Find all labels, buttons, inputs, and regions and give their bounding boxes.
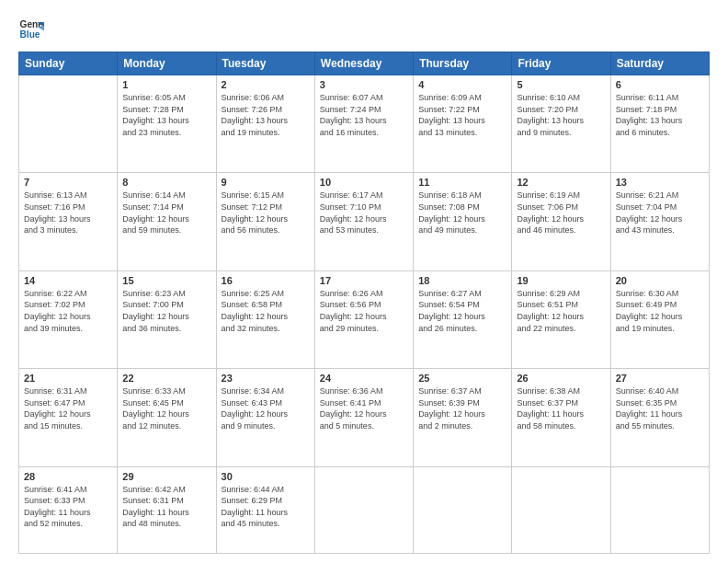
day-number: 10 xyxy=(320,177,408,188)
day-header: Wednesday xyxy=(314,52,413,75)
calendar-cell: 10Sunrise: 6:17 AM Sunset: 7:10 PM Dayli… xyxy=(314,173,413,270)
day-content: Sunrise: 6:14 AM Sunset: 7:14 PM Dayligh… xyxy=(122,190,210,236)
day-content: Sunrise: 6:05 AM Sunset: 7:28 PM Dayligh… xyxy=(122,92,210,138)
calendar-cell: 1Sunrise: 6:05 AM Sunset: 7:28 PM Daylig… xyxy=(118,75,216,173)
calendar-cell: 9Sunrise: 6:15 AM Sunset: 7:12 PM Daylig… xyxy=(216,173,314,270)
day-content: Sunrise: 6:30 AM Sunset: 6:49 PM Dayligh… xyxy=(616,288,704,334)
calendar-week-row: 28Sunrise: 6:41 AM Sunset: 6:33 PM Dayli… xyxy=(19,466,710,553)
day-content: Sunrise: 6:42 AM Sunset: 6:31 PM Dayligh… xyxy=(122,484,210,530)
header: General Blue xyxy=(18,17,710,42)
calendar-cell: 16Sunrise: 6:25 AM Sunset: 6:58 PM Dayli… xyxy=(216,270,314,368)
calendar-cell: 28Sunrise: 6:41 AM Sunset: 6:33 PM Dayli… xyxy=(19,466,118,553)
day-number: 12 xyxy=(517,177,605,188)
day-number: 1 xyxy=(122,79,210,90)
calendar-cell xyxy=(512,466,610,553)
day-content: Sunrise: 6:29 AM Sunset: 6:51 PM Dayligh… xyxy=(517,288,605,334)
day-content: Sunrise: 6:38 AM Sunset: 6:37 PM Dayligh… xyxy=(517,385,605,431)
day-content: Sunrise: 6:41 AM Sunset: 6:33 PM Dayligh… xyxy=(24,484,112,530)
day-number: 2 xyxy=(222,79,310,90)
calendar-cell: 21Sunrise: 6:31 AM Sunset: 6:47 PM Dayli… xyxy=(19,369,118,466)
day-number: 16 xyxy=(222,275,310,286)
calendar-cell xyxy=(610,466,709,553)
calendar-cell: 8Sunrise: 6:14 AM Sunset: 7:14 PM Daylig… xyxy=(118,173,216,270)
calendar-cell: 29Sunrise: 6:42 AM Sunset: 6:31 PM Dayli… xyxy=(118,466,216,553)
day-number: 22 xyxy=(122,373,210,384)
calendar-cell: 24Sunrise: 6:36 AM Sunset: 6:41 PM Dayli… xyxy=(314,369,413,466)
day-content: Sunrise: 6:19 AM Sunset: 7:06 PM Dayligh… xyxy=(517,190,605,236)
calendar-cell: 4Sunrise: 6:09 AM Sunset: 7:22 PM Daylig… xyxy=(414,75,512,173)
day-number: 6 xyxy=(616,79,704,90)
day-number: 18 xyxy=(418,275,506,286)
day-number: 15 xyxy=(122,275,210,286)
day-content: Sunrise: 6:25 AM Sunset: 6:58 PM Dayligh… xyxy=(222,288,310,334)
days-header-row: SundayMondayTuesdayWednesdayThursdayFrid… xyxy=(19,52,710,75)
day-content: Sunrise: 6:18 AM Sunset: 7:08 PM Dayligh… xyxy=(418,190,506,236)
day-number: 24 xyxy=(320,373,408,384)
day-number: 14 xyxy=(24,275,112,286)
svg-text:Blue: Blue xyxy=(20,29,40,40)
day-header: Monday xyxy=(118,52,216,75)
day-number: 26 xyxy=(517,373,605,384)
calendar-cell: 13Sunrise: 6:21 AM Sunset: 7:04 PM Dayli… xyxy=(610,173,709,270)
calendar-cell: 5Sunrise: 6:10 AM Sunset: 7:20 PM Daylig… xyxy=(512,75,610,173)
calendar-cell: 17Sunrise: 6:26 AM Sunset: 6:56 PM Dayli… xyxy=(314,270,413,368)
day-content: Sunrise: 6:22 AM Sunset: 7:02 PM Dayligh… xyxy=(24,288,112,334)
day-number: 5 xyxy=(517,79,605,90)
calendar-cell: 7Sunrise: 6:13 AM Sunset: 7:16 PM Daylig… xyxy=(19,173,118,270)
day-content: Sunrise: 6:31 AM Sunset: 6:47 PM Dayligh… xyxy=(24,385,112,431)
calendar-week-row: 7Sunrise: 6:13 AM Sunset: 7:16 PM Daylig… xyxy=(19,173,710,270)
calendar-body: 1Sunrise: 6:05 AM Sunset: 7:28 PM Daylig… xyxy=(19,75,710,554)
calendar-cell xyxy=(19,75,118,173)
day-number: 4 xyxy=(418,79,506,90)
day-number: 21 xyxy=(24,373,112,384)
calendar-cell: 18Sunrise: 6:27 AM Sunset: 6:54 PM Dayli… xyxy=(414,270,512,368)
day-content: Sunrise: 6:21 AM Sunset: 7:04 PM Dayligh… xyxy=(616,190,704,236)
day-content: Sunrise: 6:17 AM Sunset: 7:10 PM Dayligh… xyxy=(320,190,408,236)
day-content: Sunrise: 6:13 AM Sunset: 7:16 PM Dayligh… xyxy=(24,190,112,236)
day-number: 3 xyxy=(320,79,408,90)
day-content: Sunrise: 6:09 AM Sunset: 7:22 PM Dayligh… xyxy=(418,92,506,138)
day-number: 19 xyxy=(517,275,605,286)
day-content: Sunrise: 6:27 AM Sunset: 6:54 PM Dayligh… xyxy=(418,288,506,334)
calendar: SundayMondayTuesdayWednesdayThursdayFrid… xyxy=(18,52,710,554)
day-number: 17 xyxy=(320,275,408,286)
logo-icon: General Blue xyxy=(18,17,44,42)
calendar-week-row: 21Sunrise: 6:31 AM Sunset: 6:47 PM Dayli… xyxy=(19,369,710,466)
calendar-cell: 12Sunrise: 6:19 AM Sunset: 7:06 PM Dayli… xyxy=(512,173,610,270)
calendar-page: General Blue SundayMondayTuesdayWednesda… xyxy=(0,0,728,563)
day-number: 8 xyxy=(122,177,210,188)
calendar-cell: 27Sunrise: 6:40 AM Sunset: 6:35 PM Dayli… xyxy=(610,369,709,466)
day-content: Sunrise: 6:10 AM Sunset: 7:20 PM Dayligh… xyxy=(517,92,605,138)
day-header: Tuesday xyxy=(216,52,314,75)
day-header: Sunday xyxy=(19,52,118,75)
calendar-cell xyxy=(414,466,512,553)
calendar-cell: 19Sunrise: 6:29 AM Sunset: 6:51 PM Dayli… xyxy=(512,270,610,368)
day-header: Thursday xyxy=(414,52,512,75)
day-number: 11 xyxy=(418,177,506,188)
day-number: 30 xyxy=(222,471,310,482)
day-number: 23 xyxy=(222,373,310,384)
day-header: Saturday xyxy=(610,52,709,75)
calendar-cell: 3Sunrise: 6:07 AM Sunset: 7:24 PM Daylig… xyxy=(314,75,413,173)
calendar-cell: 14Sunrise: 6:22 AM Sunset: 7:02 PM Dayli… xyxy=(19,270,118,368)
day-content: Sunrise: 6:07 AM Sunset: 7:24 PM Dayligh… xyxy=(320,92,408,138)
calendar-cell: 11Sunrise: 6:18 AM Sunset: 7:08 PM Dayli… xyxy=(414,173,512,270)
day-content: Sunrise: 6:36 AM Sunset: 6:41 PM Dayligh… xyxy=(320,385,408,431)
calendar-cell: 22Sunrise: 6:33 AM Sunset: 6:45 PM Dayli… xyxy=(118,369,216,466)
day-content: Sunrise: 6:26 AM Sunset: 6:56 PM Dayligh… xyxy=(320,288,408,334)
calendar-week-row: 1Sunrise: 6:05 AM Sunset: 7:28 PM Daylig… xyxy=(19,75,710,173)
calendar-cell: 30Sunrise: 6:44 AM Sunset: 6:29 PM Dayli… xyxy=(216,466,314,553)
day-content: Sunrise: 6:23 AM Sunset: 7:00 PM Dayligh… xyxy=(122,288,210,334)
day-number: 29 xyxy=(122,471,210,482)
day-number: 27 xyxy=(616,373,704,384)
day-number: 28 xyxy=(24,471,112,482)
day-content: Sunrise: 6:15 AM Sunset: 7:12 PM Dayligh… xyxy=(222,190,310,236)
calendar-cell xyxy=(314,466,413,553)
calendar-cell: 6Sunrise: 6:11 AM Sunset: 7:18 PM Daylig… xyxy=(610,75,709,173)
day-number: 13 xyxy=(616,177,704,188)
calendar-week-row: 14Sunrise: 6:22 AM Sunset: 7:02 PM Dayli… xyxy=(19,270,710,368)
day-content: Sunrise: 6:06 AM Sunset: 7:26 PM Dayligh… xyxy=(222,92,310,138)
day-content: Sunrise: 6:34 AM Sunset: 6:43 PM Dayligh… xyxy=(222,385,310,431)
calendar-cell: 25Sunrise: 6:37 AM Sunset: 6:39 PM Dayli… xyxy=(414,369,512,466)
calendar-cell: 23Sunrise: 6:34 AM Sunset: 6:43 PM Dayli… xyxy=(216,369,314,466)
